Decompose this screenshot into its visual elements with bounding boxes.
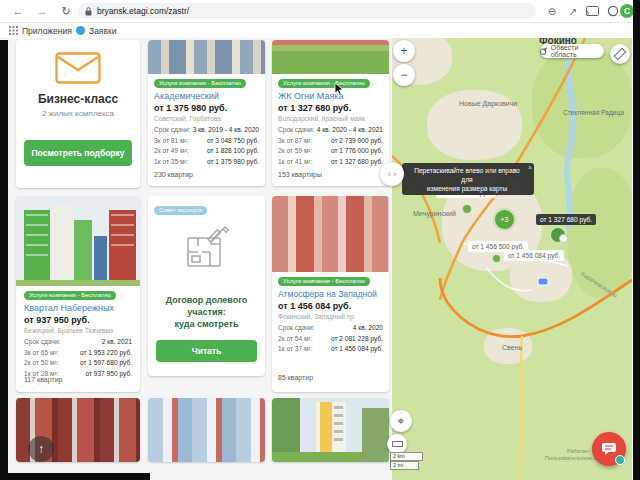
measure-button[interactable]: [387, 434, 407, 454]
bookmark-favicon: [76, 26, 85, 35]
detail-value: от 3 048 750 руб.: [207, 137, 259, 145]
map-ruler-button[interactable]: [610, 44, 630, 64]
property-photo: [16, 196, 140, 286]
map-marker[interactable]: [492, 254, 501, 263]
detail-value: 4 кв. 2020 - 4 кв. 2021: [317, 126, 383, 134]
panel-resize-handle[interactable]: ‹ ›: [380, 162, 404, 186]
map-price-label[interactable]: от 1 456 084 руб.: [504, 250, 564, 261]
bookmark-apps[interactable]: Приложения: [22, 26, 72, 36]
property-price: от 1 375 980 руб.: [154, 103, 227, 113]
free-services-badge[interactable]: Услуги компании - Бесплатно: [278, 277, 370, 286]
free-services-badge[interactable]: Услуги компании - Бесплатно: [154, 79, 246, 88]
profile-ring-icon[interactable]: [607, 5, 619, 17]
page-zoom-icon[interactable]: ⊖: [544, 4, 560, 20]
property-card-akademicheskiy[interactable]: Услуги компании - Бесплатно Академически…: [148, 40, 265, 186]
expert-title-line2: куда смотреть: [152, 318, 261, 330]
property-location: Фокинский, Западный пр.: [278, 313, 356, 320]
expert-title-line1: Договор долевого участия:: [152, 294, 261, 318]
detail-key: 3к от 87 м²:: [278, 137, 313, 145]
detail-value: от 1 597 680 руб.: [80, 359, 132, 367]
geolocate-button[interactable]: ⌖: [390, 410, 412, 432]
map-marker-dot: [559, 234, 568, 243]
envelope-icon: [55, 52, 101, 84]
letterbox-bottom: [0, 473, 150, 480]
property-card-ogni-mayaka[interactable]: Услуги компании - Бесплатно ЖК Огни Маяк…: [272, 40, 389, 186]
draw-area-button[interactable]: Обвести область: [540, 44, 604, 58]
detail-value: от 937 950 руб.: [85, 370, 132, 378]
property-photo-tile[interactable]: [272, 398, 389, 462]
detail-value: от 1 456 084 руб.: [331, 345, 383, 353]
map-price-tooltip-active[interactable]: от 1 327 680 руб.: [536, 214, 596, 225]
ruler-icon: [614, 48, 627, 61]
chat-online-dot: [615, 455, 625, 465]
property-details: Срок сдачи:3 кв. 2019 - 4 кв. 2020 3к от…: [154, 126, 259, 166]
address-bar[interactable]: bryansk.etagi.com/zastr/: [78, 3, 536, 19]
detail-value: от 1 828 100 руб.: [207, 147, 259, 155]
free-services-badge[interactable]: Услуги компании - Бесплатно: [278, 79, 370, 88]
read-button[interactable]: Читать: [156, 340, 257, 362]
property-price: от 1 456 084 руб.: [278, 301, 351, 311]
apps-grid-icon[interactable]: [9, 26, 18, 35]
back-icon[interactable]: ←: [10, 3, 26, 19]
map-zoom-out-button[interactable]: −: [393, 64, 415, 86]
map-scale-mi: 2 mi: [390, 461, 419, 470]
view-selection-button[interactable]: Посмотреть подборку: [24, 140, 132, 166]
property-details: Срок сдачи:4 кв. 2020 - 4 кв. 2021 3к от…: [278, 126, 383, 166]
detail-value: 2 кв. 2021: [102, 338, 132, 346]
letterbox-left: [0, 40, 8, 480]
expert-title: Договор долевого участия: куда смотреть: [152, 294, 261, 330]
detail-value: от 1 953 220 руб.: [80, 349, 132, 357]
property-photo: [272, 40, 389, 74]
chat-bubble-icon: [601, 442, 617, 456]
detail-value: 3 кв. 2019 - 4 кв. 2020: [193, 126, 259, 134]
expert-advice-card[interactable]: Совет эксперта Договор долевого участия:…: [148, 196, 265, 376]
avatar[interactable]: C: [620, 4, 634, 18]
detail-key: Срок сдачи:: [24, 338, 60, 346]
property-title-link[interactable]: Академический: [154, 91, 219, 101]
close-icon[interactable]: ×: [528, 163, 532, 172]
property-title-link[interactable]: Квартал Набережных: [24, 303, 114, 313]
detail-value: от 2 739 000 руб.: [331, 137, 383, 145]
browser-toolbar: ← → ↻ bryansk.etagi.com/zastr/ ⊖ ↗ C: [0, 0, 640, 23]
map-marker[interactable]: [462, 204, 472, 214]
screen: ← → ↻ bryansk.etagi.com/zastr/ ⊖ ↗ C При…: [0, 0, 640, 480]
property-card-atmosfera[interactable]: Услуги компании - Бесплатно Атмосфера на…: [272, 196, 389, 392]
detail-key: 2к от 50 м²:: [24, 359, 59, 367]
property-title-link[interactable]: Атмосфера на Западной: [278, 289, 377, 299]
lock-icon: [85, 7, 92, 16]
detail-key: 1к от 41 м²:: [278, 158, 313, 166]
map-zoom-in-button[interactable]: +: [393, 40, 415, 62]
map-place-label: Свень: [502, 344, 522, 351]
map-place-label: Новые Дарковичи: [459, 100, 517, 107]
promo-card-business-class[interactable]: Бизнес-класс 2 жилых комплекса Посмотрет…: [16, 40, 140, 188]
detail-key: 2к от 59 м²:: [278, 147, 313, 155]
detail-key: Срок сдачи:: [154, 126, 190, 134]
apartment-count: 230 квартир: [154, 171, 193, 178]
forward-icon[interactable]: →: [34, 3, 50, 19]
reload-icon[interactable]: ↻: [58, 3, 74, 19]
detail-value: от 2 081 228 руб.: [331, 335, 383, 343]
property-title-link[interactable]: ЖК Огни Маяка: [278, 91, 343, 101]
property-photo: [272, 196, 389, 272]
detail-key: Срок сдачи:: [278, 126, 314, 134]
property-photo-tile[interactable]: [148, 398, 265, 462]
map-canvas[interactable]: Фокино Новые Дарковичи Стеклянная Радица…: [392, 38, 632, 480]
bookmark-zayavki[interactable]: Заявки: [89, 26, 116, 36]
apartment-count: 85 квартир: [278, 374, 313, 381]
detail-key: 3к от 81 м²:: [154, 137, 189, 145]
floorplan-icon: [185, 226, 229, 272]
cast-icon[interactable]: [586, 6, 599, 17]
property-details: Срок сдачи:4 кв. 2020 2к от 54 м²:от 2 0…: [278, 324, 383, 353]
map-cluster-marker[interactable]: +3: [493, 208, 516, 231]
detail-key: 2к от 54 м²:: [278, 335, 313, 343]
detail-key: 1к от 35 м²:: [154, 158, 189, 166]
free-services-badge[interactable]: Услуги компании - Бесплатно: [24, 291, 116, 300]
property-card-kvartal-naberezhnykh[interactable]: Услуги компании - Бесплатно Квартал Набе…: [16, 196, 140, 392]
detail-value: от 1 327 680 руб.: [331, 158, 383, 166]
share-arrow-icon[interactable]: ↗: [565, 4, 581, 20]
expert-badge: Совет эксперта: [154, 206, 207, 215]
scroll-top-button[interactable]: ↑: [28, 436, 54, 462]
tooltip-line1: Перетаскивайте влево или вправо для: [408, 166, 526, 184]
promo-title: Бизнес-класс: [16, 92, 140, 106]
property-location: Бежицкий, Братьев Ткачевых: [24, 327, 114, 334]
